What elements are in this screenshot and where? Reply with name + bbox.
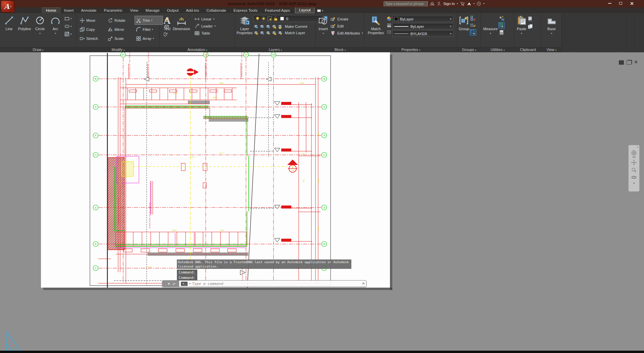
u-calc-icon[interactable] (499, 30, 504, 35)
autodesk-caret-icon[interactable]: ▾ (474, 2, 475, 5)
match-properties-button[interactable]: Match Properties (366, 14, 385, 47)
ribbon-tab-manage[interactable]: Manage (142, 8, 163, 13)
c-cut-icon[interactable] (528, 16, 533, 22)
leader-button[interactable]: Leader▾ (194, 23, 216, 29)
c-copy-icon[interactable] (528, 24, 533, 30)
ellipse-icon[interactable] (64, 23, 70, 29)
m-l-arrow-icon[interactable] (259, 24, 264, 29)
m-l-lock-icon[interactable] (271, 24, 277, 29)
m-sun-icon[interactable] (261, 16, 266, 21)
base-button[interactable]: Base▾ (547, 14, 557, 47)
m-l-snow-icon[interactable] (265, 24, 270, 29)
m-l-brush-icon[interactable] (278, 30, 283, 35)
panel-title-utilities[interactable]: Utilities▾ (481, 47, 514, 52)
navbar-close-icon[interactable]: × (637, 146, 638, 149)
zoom-icon[interactable] (631, 167, 637, 173)
drawing-close-button[interactable] (634, 60, 639, 65)
m-vpsun-icon[interactable] (267, 16, 272, 21)
m-l-bulb-icon[interactable] (253, 24, 258, 29)
panel-title-properties[interactable]: Properties▾ (365, 47, 457, 52)
dimension-button[interactable]: Dimension (173, 14, 190, 47)
m-bulb-icon[interactable] (255, 16, 260, 21)
command-expand-icon[interactable] (361, 281, 366, 287)
ribbon-tab-parametric[interactable]: Parametric (100, 8, 127, 13)
pan-icon[interactable] (631, 160, 637, 166)
panel-title-modify[interactable]: Modify▾ (77, 47, 159, 52)
measure-button[interactable]: Measure▾ (483, 14, 498, 47)
command-grip-handle[interactable] (162, 281, 165, 287)
help-icon[interactable]: ? (477, 1, 481, 6)
circle-button[interactable]: Circle▾ (32, 14, 48, 47)
edit-attributes-button[interactable]: Edit Attributes▾ (330, 31, 363, 36)
u-sel-icon[interactable] (499, 22, 504, 28)
ribbon-display-toggle[interactable]: ▾ (317, 9, 323, 13)
rotate-button[interactable]: Rotate (106, 16, 134, 25)
drawing-restore-button[interactable] (627, 60, 632, 65)
restore-button[interactable] (615, 0, 626, 7)
navbar-caret-icon[interactable]: ▾ (633, 182, 635, 185)
polyline-button[interactable]: Polyline (17, 14, 32, 47)
m-unlock-icon[interactable] (273, 16, 278, 21)
ribbon-tab-view[interactable]: View (126, 8, 142, 13)
g-edit-icon[interactable] (470, 22, 476, 28)
panel-title-view[interactable]: View▾ (542, 47, 561, 52)
table-button[interactable]: Table (194, 31, 216, 36)
lineweight-combo[interactable]: ByLayer▾ (392, 23, 453, 30)
ribbon-tab-insert[interactable]: Insert (60, 8, 78, 13)
panel-title-draw[interactable]: Draw▾ (0, 47, 76, 52)
group-button[interactable]: Group (459, 14, 469, 47)
match-layer-row[interactable]: Match Layer (253, 30, 322, 36)
u-id-icon[interactable] (499, 15, 504, 21)
ribbon-tab-add-ins[interactable]: Add-ins (182, 8, 203, 13)
color-wheel-icon[interactable] (387, 16, 392, 21)
application-menu-button[interactable]: A▾ (1, 0, 15, 13)
steering-wheel-icon[interactable] (631, 150, 637, 156)
orbit-icon[interactable] (631, 174, 637, 180)
mirror-button[interactable]: Mirror (106, 25, 134, 34)
stretch-button[interactable]: Stretch (78, 34, 106, 43)
linetype-icon[interactable] (387, 30, 392, 35)
drawing-canvas[interactable]: 25232120NNOOPPP1P1QQRRSS (0, 52, 644, 353)
ribbon-tab-home[interactable]: Home (42, 7, 60, 13)
drawing-area[interactable]: 25232120NNOOPPP1P1QQRRSS (0, 52, 644, 353)
insert-block-button[interactable]: Insert▾ (318, 14, 328, 47)
command-input[interactable] (192, 282, 361, 286)
m-l-sun-icon[interactable] (265, 30, 270, 35)
layer-properties-button[interactable]: Layer Properties (237, 14, 253, 47)
layer-combo[interactable]: 0 ▾ (253, 15, 322, 22)
m-l-unlock-icon[interactable] (271, 30, 277, 35)
ribbon-tab-collaborate[interactable]: Collaborate (203, 8, 230, 13)
edit-button[interactable]: Edit (330, 23, 363, 29)
panel-title-groups[interactable]: Groups▾ (458, 47, 481, 52)
scale-button[interactable]: Scale (106, 34, 134, 43)
g-x-icon[interactable] (470, 15, 476, 21)
sign-in-button[interactable]: Sign In (443, 2, 455, 6)
m-l-arrow2-icon[interactable] (259, 30, 264, 35)
ribbon-tab-annotate[interactable]: Annotate (77, 8, 100, 13)
move-button[interactable]: Move (78, 16, 106, 25)
g-sel-icon[interactable] (470, 30, 476, 35)
navigation-bar[interactable]: × 2D ▾ (628, 145, 640, 192)
ribbon-tab-output[interactable]: Output (163, 8, 182, 13)
create-button[interactable]: Create (330, 16, 363, 22)
minimize-button[interactable] (604, 0, 615, 7)
paste-button[interactable]: Paste▾ (516, 14, 527, 47)
ribbon-tab-featured-apps[interactable]: Featured Apps (261, 8, 294, 13)
ribbon-tab-express-tools[interactable]: Express Tools (230, 8, 261, 13)
ribbon-tab-layout[interactable]: Layout (295, 7, 315, 13)
autodesk-app-icon[interactable] (467, 1, 472, 6)
trim-button[interactable]: Trim▾ (135, 16, 163, 25)
lineweight-icon[interactable] (387, 23, 392, 28)
search-icon[interactable] (430, 1, 435, 6)
close-button[interactable] (626, 0, 637, 7)
command-line[interactable]: × >_ ▾ (162, 280, 366, 287)
array-button[interactable]: Array▾ (135, 34, 163, 43)
line-button[interactable]: Line (1, 14, 17, 47)
keyword-search-input[interactable] (384, 1, 428, 6)
text-button[interactable]: AText▾ (163, 14, 171, 47)
m-l-bulb2-icon[interactable] (253, 30, 258, 35)
panel-title-block[interactable]: Block▾ (316, 47, 364, 52)
hatch-icon[interactable] (64, 31, 70, 37)
sign-in-caret-icon[interactable]: ▾ (457, 2, 458, 5)
arc-button[interactable]: Arc▾ (48, 14, 63, 47)
